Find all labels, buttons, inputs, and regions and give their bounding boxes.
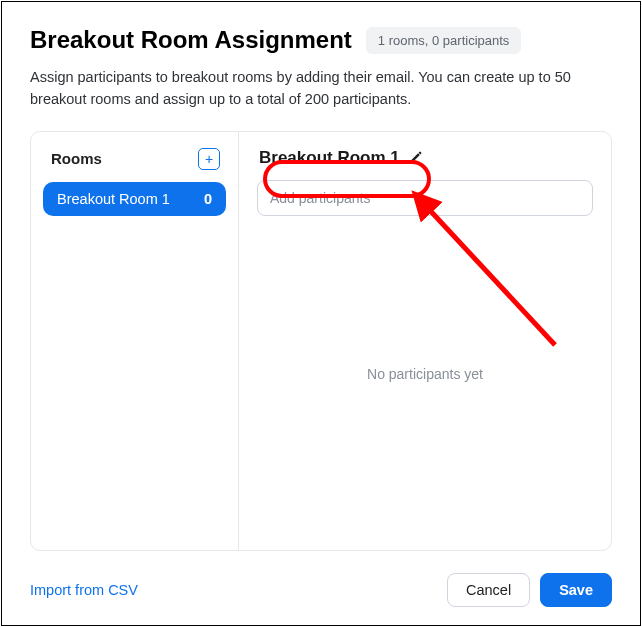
add-participants-input[interactable]	[257, 180, 593, 216]
panels: Rooms + Breakout Room 1 0 Breakout Room …	[30, 131, 612, 551]
room-item-count: 0	[204, 191, 212, 207]
rooms-count-badge: 1 rooms, 0 participants	[366, 27, 522, 54]
breakout-assignment-modal: Breakout Room Assignment 1 rooms, 0 part…	[1, 1, 641, 626]
room-item-name: Breakout Room 1	[57, 191, 170, 207]
cancel-button[interactable]: Cancel	[447, 573, 530, 607]
add-room-button[interactable]: +	[198, 148, 220, 170]
room-title-row: Breakout Room 1	[257, 148, 593, 168]
no-participants-text: No participants yet	[257, 366, 593, 382]
plus-icon: +	[205, 152, 213, 166]
import-csv-link[interactable]: Import from CSV	[30, 582, 138, 598]
room-list-item[interactable]: Breakout Room 1 0	[43, 182, 226, 216]
pencil-icon[interactable]	[408, 151, 422, 165]
description-text: Assign participants to breakout rooms by…	[30, 66, 612, 111]
header: Breakout Room Assignment 1 rooms, 0 part…	[30, 26, 612, 54]
rooms-label: Rooms	[51, 150, 102, 167]
footer-buttons: Cancel Save	[447, 573, 612, 607]
rooms-header: Rooms +	[43, 148, 226, 182]
page-title: Breakout Room Assignment	[30, 26, 352, 54]
footer: Import from CSV Cancel Save	[30, 573, 612, 607]
room-detail-title: Breakout Room 1	[259, 148, 400, 168]
rooms-panel: Rooms + Breakout Room 1 0	[31, 132, 239, 550]
room-detail-panel: Breakout Room 1 No participants yet	[239, 132, 611, 550]
save-button[interactable]: Save	[540, 573, 612, 607]
